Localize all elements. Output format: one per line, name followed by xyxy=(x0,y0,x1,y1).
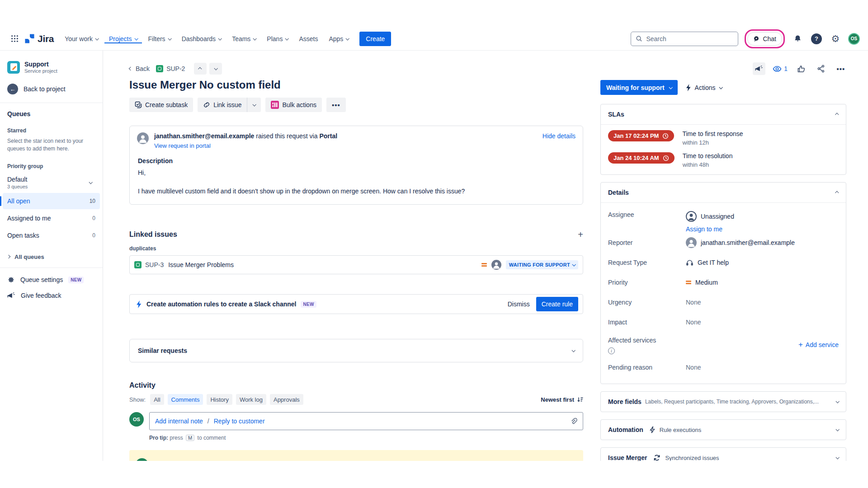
give-feedback-link[interactable]: Give feedback xyxy=(7,292,95,299)
reporter-value: janathan.smither@email.example xyxy=(701,239,795,246)
comment-input[interactable]: Add internal note / Reply to customer xyxy=(149,412,583,430)
notifications-bell-icon[interactable] xyxy=(791,33,804,45)
filter-approvals[interactable]: Approvals xyxy=(270,394,303,405)
queue-group-default[interactable]: Default 3 queues xyxy=(7,173,95,192)
toolbar-more-icon[interactable]: ••• xyxy=(326,98,346,112)
chevron-down-icon xyxy=(835,427,839,431)
more-fields-header[interactable]: More fields Labels, Request participants… xyxy=(601,392,846,412)
back-button[interactable]: Back xyxy=(129,65,150,72)
chevron-down-icon xyxy=(168,37,171,40)
lightning-icon xyxy=(650,426,655,433)
sla-name: Time to first response xyxy=(682,130,743,137)
assignee-avatar xyxy=(491,260,501,270)
feedback-megaphone-icon[interactable] xyxy=(753,62,765,75)
jira-logo[interactable]: Jira xyxy=(24,33,58,44)
divider xyxy=(0,267,103,268)
linked-issue-summary[interactable]: Issue Merger Problems xyxy=(168,261,234,268)
settings-gear-icon[interactable]: ⚙ xyxy=(829,33,842,45)
hide-details-link[interactable]: Hide details xyxy=(542,132,576,149)
filter-history[interactable]: History xyxy=(207,394,232,405)
all-queues-toggle[interactable]: All queues xyxy=(7,253,95,260)
slas-panel-header[interactable]: SLAs xyxy=(601,104,846,124)
more-actions-icon[interactable]: ••• xyxy=(835,62,847,75)
issue-merger-summary: Synchronized issues xyxy=(665,455,719,461)
chevron-up-icon xyxy=(835,113,839,116)
add-linked-issue-icon[interactable]: + xyxy=(578,230,583,239)
nav-your-work[interactable]: Your work xyxy=(60,34,103,43)
nav-apps[interactable]: Apps xyxy=(324,34,353,43)
create-button[interactable]: Create xyxy=(359,32,391,46)
attachment-paperclip-icon[interactable] xyxy=(570,418,577,425)
view-request-in-portal-link[interactable]: View request in portal xyxy=(154,142,337,149)
automation-summary: Rule executions xyxy=(660,427,702,433)
link-issue-button[interactable]: Link issue xyxy=(198,98,247,112)
request-type-icon xyxy=(156,65,163,72)
user-avatar[interactable]: OS xyxy=(848,33,860,45)
search-box[interactable] xyxy=(631,32,738,46)
assign-to-me-link[interactable]: Assign to me xyxy=(686,225,734,233)
bulk-actions-button[interactable]: Bulk actions xyxy=(265,98,321,112)
add-service-link[interactable]: + Add service xyxy=(798,340,839,349)
chat-button[interactable]: Chat xyxy=(747,32,782,46)
project-type: Service project xyxy=(24,68,57,74)
issue-merger-header[interactable]: Issue Merger Synchronized issues xyxy=(601,448,846,461)
sidebar-item-all-open[interactable]: All open10 xyxy=(3,193,100,209)
nav-dashboards[interactable]: Dashboards xyxy=(177,34,226,43)
filter-work-log[interactable]: Work log xyxy=(236,394,266,405)
watchers-control[interactable]: 1 xyxy=(773,65,788,72)
status-dropdown-button[interactable]: Waiting for support xyxy=(600,80,678,95)
divider xyxy=(0,103,103,103)
actions-dropdown-button[interactable]: Actions xyxy=(686,84,722,91)
back-arrow-icon: ← xyxy=(7,84,18,94)
add-internal-note-link[interactable]: Add internal note xyxy=(155,418,203,425)
field-urgency: Urgency None xyxy=(608,292,839,312)
filter-comments[interactable]: Comments xyxy=(168,394,203,405)
queue-settings-link[interactable]: Queue settings NEW xyxy=(7,276,95,284)
sidebar-item-assigned-to-me[interactable]: Assigned to me0 xyxy=(3,210,100,226)
filter-all[interactable]: All xyxy=(150,394,164,405)
sla-due-lozenge[interactable]: Jan 24 10:24 AM xyxy=(608,152,675,164)
next-issue-button[interactable] xyxy=(209,63,222,75)
create-rule-button[interactable]: Create rule xyxy=(536,297,578,311)
main-content: Back SUP-2 xyxy=(103,51,868,461)
search-input[interactable] xyxy=(646,35,723,42)
sidebar-item-open-tasks[interactable]: Open tasks0 xyxy=(3,227,100,244)
app-switcher-icon[interactable] xyxy=(7,32,22,46)
nav-filters[interactable]: Filters xyxy=(144,34,175,43)
nav-teams[interactable]: Teams xyxy=(227,34,260,43)
similar-requests-panel[interactable]: Similar requests xyxy=(129,339,583,362)
link-issue-dropdown[interactable] xyxy=(247,103,261,106)
sla-due-lozenge[interactable]: Jan 17 02:24 PM xyxy=(608,130,674,141)
linked-issue-key[interactable]: SUP-3 xyxy=(145,261,164,268)
priority-medium-icon xyxy=(481,263,487,267)
search-icon xyxy=(636,35,642,42)
nav-projects[interactable]: Projects xyxy=(104,34,142,43)
sidebar: Support Service project ← Back to projec… xyxy=(0,51,103,461)
nav-plans[interactable]: Plans xyxy=(262,34,292,43)
sla-name: Time to resolution xyxy=(683,152,733,160)
linked-issue-row[interactable]: SUP-3 Issue Merger Problems WAITING FOR … xyxy=(129,255,583,274)
linked-issue-status-lozenge[interactable]: WAITING FOR SUPPORT xyxy=(506,260,578,269)
automation-header[interactable]: Automation Rule executions xyxy=(601,420,846,440)
back-to-project-link[interactable]: ← Back to project xyxy=(7,84,95,94)
project-icon xyxy=(7,61,20,74)
priority-group-title: Priority group xyxy=(7,163,95,169)
info-icon[interactable]: i xyxy=(608,347,615,354)
create-subtask-button[interactable]: Create subtask xyxy=(129,98,193,112)
dismiss-button[interactable]: Dismiss xyxy=(508,300,530,308)
previous-issue-button[interactable] xyxy=(194,63,207,75)
subtask-icon xyxy=(135,101,142,108)
project-header[interactable]: Support Service project xyxy=(7,61,95,74)
more-fields-panel: More fields Labels, Request participants… xyxy=(600,391,846,412)
like-thumbs-up-icon[interactable] xyxy=(795,62,807,75)
priority-value: Medium xyxy=(695,279,718,286)
share-icon[interactable] xyxy=(815,62,827,75)
details-panel-header[interactable]: Details xyxy=(601,183,846,202)
starred-title: Starred xyxy=(7,127,95,134)
help-icon[interactable]: ? xyxy=(810,33,823,45)
nav-assets[interactable]: Assets xyxy=(294,34,322,43)
sort-order-control[interactable]: Newest first xyxy=(541,396,583,403)
reply-to-customer-link[interactable]: Reply to customer xyxy=(214,418,265,425)
chevron-down-icon xyxy=(134,37,138,40)
issue-key-breadcrumb[interactable]: SUP-2 xyxy=(156,65,185,72)
